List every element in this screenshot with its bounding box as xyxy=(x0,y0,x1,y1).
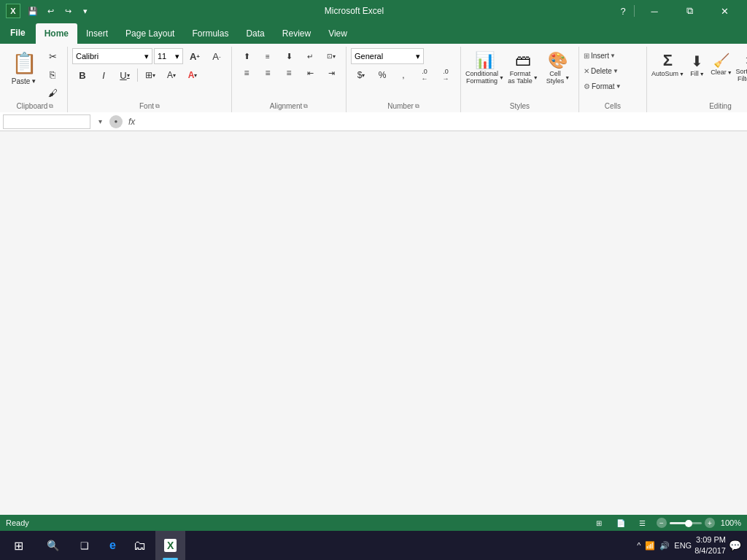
zoom-in-button[interactable]: + xyxy=(705,518,715,528)
font-group-label: Font ⧉ xyxy=(72,101,227,112)
notification-button[interactable]: 💬 xyxy=(729,540,741,551)
font-name-dropdown[interactable]: Calibri ▾ xyxy=(72,48,152,64)
align-center-button[interactable]: ≡ xyxy=(258,65,278,81)
help-button[interactable]: ? xyxy=(615,3,631,19)
font-format-row: B I U▾ ⊞▾ A ▾ A ▾ xyxy=(72,67,203,83)
format-as-table-button[interactable]: 🗃 Formatas Table▼ xyxy=(507,48,539,85)
page-break-view-button[interactable]: ☰ xyxy=(635,516,651,529)
undo-button[interactable]: ↩ xyxy=(42,3,58,19)
number-format-arrow: ▾ xyxy=(416,52,420,61)
tab-review[interactable]: Review xyxy=(274,23,320,44)
accounting-format-button[interactable]: $▾ xyxy=(351,67,371,83)
grid-area xyxy=(0,131,747,515)
status-left: Ready xyxy=(6,518,29,527)
taskbar-excel-icon[interactable]: X xyxy=(155,531,185,560)
title-bar-left: X 💾 ↩ ↪ ▾ xyxy=(6,3,93,19)
start-button[interactable]: ⊞ xyxy=(0,531,36,560)
conditional-formatting-button[interactable]: 📊 ConditionalFormatting▼ xyxy=(465,48,504,85)
page-layout-view-button[interactable]: 📄 xyxy=(613,516,629,529)
format-button[interactable]: ⚙ Format ▼ xyxy=(584,79,642,93)
bold-button[interactable]: B xyxy=(72,67,93,83)
align-middle-button[interactable]: ≡ xyxy=(258,48,278,64)
save-button[interactable]: 💾 xyxy=(25,3,41,19)
increase-indent-button[interactable]: ⇥ xyxy=(321,65,341,81)
tab-file[interactable]: File xyxy=(0,22,36,44)
autosum-button[interactable]: Σ AutoSum▼ xyxy=(651,48,684,77)
taskbar-right: ^ 📶 🔊 ENG 3:09 PM 8/4/2017 💬 xyxy=(631,534,747,557)
decrease-indent-button[interactable]: ⇤ xyxy=(300,65,320,81)
delete-button[interactable]: ✕ Delete ▼ xyxy=(584,63,642,78)
number-expand-icon[interactable]: ⧉ xyxy=(415,103,419,110)
font-group: Calibri ▾ 11 ▾ A+ A- B I U▾ ⊞▾ A ▾ xyxy=(68,47,232,112)
tab-view[interactable]: View xyxy=(320,23,356,44)
number-format-dropdown[interactable]: General ▾ xyxy=(351,48,424,64)
name-box[interactable] xyxy=(3,114,90,129)
restore-button[interactable]: ⧉ xyxy=(673,0,706,22)
tab-insert[interactable]: Insert xyxy=(77,23,117,44)
decrease-font-button[interactable]: A- xyxy=(206,48,227,64)
copy-button[interactable]: ⎘ xyxy=(42,66,63,82)
fill-button[interactable]: ⬇ Fill▼ xyxy=(686,48,708,77)
merge-center-button[interactable]: ⊡▾ xyxy=(321,48,341,64)
taskbar-edge-icon[interactable]: e xyxy=(101,531,125,560)
zoom-thumb[interactable] xyxy=(685,520,692,527)
clipboard-expand-icon[interactable]: ⧉ xyxy=(49,103,53,110)
spreadsheet-area xyxy=(0,131,747,515)
fx-label: fx xyxy=(125,117,138,127)
close-button[interactable]: ✕ xyxy=(708,0,741,22)
redo-button[interactable]: ↪ xyxy=(60,3,76,19)
zoom-out-button[interactable]: − xyxy=(657,518,667,528)
cell-styles-button[interactable]: 🎨 CellStyles▼ xyxy=(542,48,574,85)
align-bottom-button[interactable]: ⬇ xyxy=(279,48,299,64)
wrap-text-button[interactable]: ↵ xyxy=(300,48,320,64)
font-size-dropdown[interactable]: 11 ▾ xyxy=(154,48,183,64)
align-top-button[interactable]: ⬆ xyxy=(236,48,257,64)
increase-decimal-button[interactable]: .0← xyxy=(414,67,435,83)
align-left-button[interactable]: ≡ xyxy=(236,65,257,81)
task-view-button[interactable]: ❑ xyxy=(69,531,101,560)
search-button[interactable]: 🔍 xyxy=(36,531,69,560)
taskbar-explorer-icon[interactable]: 🗂 xyxy=(125,531,155,560)
increase-font-button[interactable]: A+ xyxy=(185,48,205,64)
conditional-formatting-label: ConditionalFormatting▼ xyxy=(465,70,504,85)
cut-button[interactable]: ✂ xyxy=(42,48,63,64)
minimize-button[interactable]: ─ xyxy=(638,0,671,22)
customize-quick-access-button[interactable]: ▾ xyxy=(77,3,93,19)
insert-button[interactable]: ⊞ Insert ▼ xyxy=(584,48,642,63)
decrease-decimal-button[interactable]: .0→ xyxy=(436,67,456,83)
clock-display[interactable]: 3:09 PM 8/4/2017 xyxy=(694,534,726,557)
tab-page-layout[interactable]: Page Layout xyxy=(117,23,183,44)
zoom-slider[interactable] xyxy=(670,522,702,524)
format-cells-icon: ⚙ xyxy=(584,82,590,90)
sort-filter-button[interactable]: ↕ Sort &Filter▼ xyxy=(735,48,747,82)
clear-button[interactable]: 🧹 Clear▼ xyxy=(711,48,732,76)
comma-style-button[interactable]: , xyxy=(393,67,414,83)
name-box-expand-button[interactable]: ▾ xyxy=(93,115,107,128)
alignment-group-content: ⬆ ≡ ⬇ ↵ ⊡▾ ≡ ≡ ≡ ⇤ ⇥ xyxy=(236,48,341,101)
normal-view-button[interactable]: ⊞ xyxy=(591,516,607,529)
styles-group-content: 📊 ConditionalFormatting▼ 🗃 Formatas Tabl… xyxy=(465,48,574,101)
app-title: Microsoft Excel xyxy=(93,6,615,16)
font-expand-icon[interactable]: ⧉ xyxy=(155,103,160,110)
formula-circle-button[interactable]: ● xyxy=(109,115,123,128)
align-right-button[interactable]: ≡ xyxy=(279,65,299,81)
formula-input[interactable] xyxy=(141,114,744,129)
fill-color-button[interactable]: A ▾ xyxy=(161,67,182,83)
font-color-button[interactable]: A ▾ xyxy=(182,67,203,83)
ribbon-content: 📋 Paste ▼ ✂ ⎘ 🖌 Clipboard ⧉ Calibri xyxy=(0,44,747,112)
alignment-expand-icon[interactable]: ⧉ xyxy=(303,103,308,110)
paste-split-button[interactable]: 📋 Paste ▼ xyxy=(7,48,41,85)
expand-tray-button[interactable]: ^ xyxy=(637,541,640,550)
excel-logo-icon: X xyxy=(6,4,20,18)
number-group-label: Number ⧉ xyxy=(351,101,456,112)
italic-button[interactable]: I xyxy=(93,67,114,83)
tab-formulas[interactable]: Formulas xyxy=(183,23,237,44)
format-painter-button[interactable]: 🖌 xyxy=(42,85,63,101)
font-group-content: Calibri ▾ 11 ▾ A+ A- B I U▾ ⊞▾ A ▾ xyxy=(72,48,227,101)
underline-split-button[interactable]: U▾ xyxy=(115,67,135,83)
tab-data[interactable]: Data xyxy=(237,23,273,44)
percent-style-button[interactable]: % xyxy=(372,67,392,83)
tab-home[interactable]: Home xyxy=(36,23,77,44)
borders-button[interactable]: ⊞▾ xyxy=(140,67,160,83)
cell-ref-expand: ▾ xyxy=(93,115,107,128)
